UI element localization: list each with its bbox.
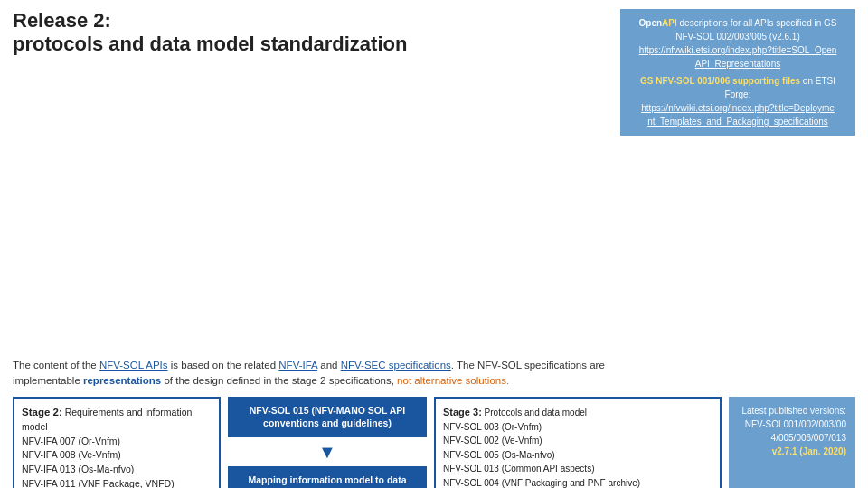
api-info-box: OpenAPI descriptions for all APIs specif… — [620, 9, 855, 136]
arrow-down-1: ▼ — [228, 443, 427, 461]
stage3-col: Stage 3: Protocols and data model NFV-SO… — [434, 397, 722, 489]
page-title: Release 2: protocols and data model stan… — [13, 9, 611, 57]
left-column: Stage 2: Requirements and information mo… — [13, 397, 221, 489]
right-column: Stage 3: Protocols and data model NFV-SO… — [434, 397, 855, 489]
mapping-box: Mapping information model to data model — [228, 466, 427, 488]
middle-column: NFV-SOL 015 (NFV-MANO SOL API convention… — [228, 397, 427, 489]
nfv-sol-box: NFV-SOL 015 (NFV-MANO SOL API convention… — [228, 397, 427, 437]
stage3-box: Stage 3: Protocols and data model NFV-SO… — [434, 397, 722, 489]
stage2-box: Stage 2: Requirements and information mo… — [13, 397, 221, 489]
title-block: Release 2: protocols and data model stan… — [13, 9, 611, 352]
intro-text: The content of the NFV-SOL APIs is based… — [13, 358, 611, 389]
latest-published-box: Latest published versions: NFV-SOL001/00… — [729, 397, 855, 489]
